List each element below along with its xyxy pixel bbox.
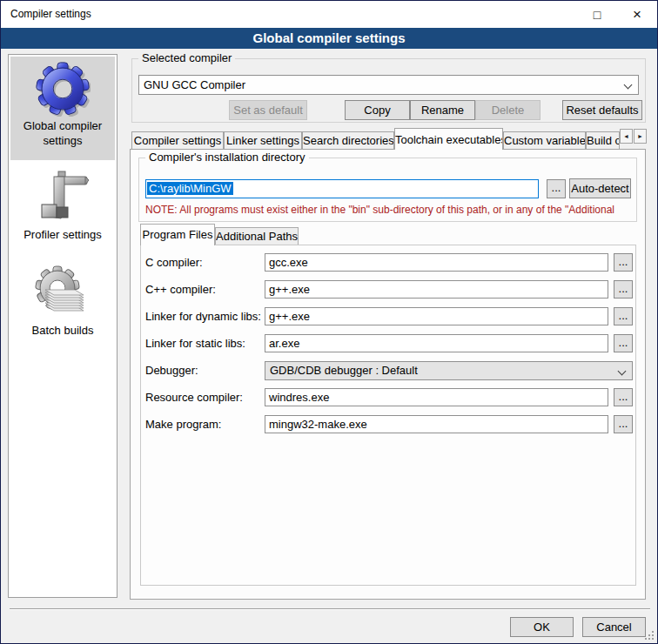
subtab-additional-paths[interactable]: Additional Paths: [215, 227, 299, 245]
sidebar-item-label: Global compiler settings: [10, 117, 115, 148]
tab-scroll-left-button[interactable]: ◄: [620, 129, 633, 144]
close-button[interactable]: ×: [617, 1, 657, 28]
rename-button[interactable]: Rename: [410, 100, 475, 120]
cpp-compiler-browse-button[interactable]: ...: [614, 280, 633, 299]
profiler-caliper-icon: [35, 170, 91, 225]
page-title: Global compiler settings: [1, 28, 657, 49]
static-linker-input[interactable]: ar.exe: [265, 334, 608, 352]
bin-subdirectory-note: NOTE: All programs must exist either in …: [145, 204, 631, 218]
subtab-program-files[interactable]: Program Files: [140, 224, 215, 245]
maximize-button[interactable]: □: [577, 1, 617, 28]
tab-toolchain-executables[interactable]: Toolchain executables: [394, 128, 503, 150]
c-compiler-input[interactable]: gcc.exe: [265, 253, 608, 272]
scroll-right-icon: ►: [637, 133, 643, 139]
chevron-down-icon: [618, 367, 627, 376]
tab-linker-settings[interactable]: Linker settings: [224, 131, 302, 149]
sidebar-item-label: Batch builds: [10, 321, 115, 338]
make-program-input[interactable]: mingw32-make.exe: [265, 415, 608, 433]
debugger-combobox[interactable]: GDB/CDB debugger : Default: [265, 361, 633, 380]
resource-compiler-input[interactable]: windres.exe: [265, 388, 608, 406]
close-icon: ×: [633, 6, 641, 23]
set-as-default-button[interactable]: Set as default: [229, 100, 307, 120]
resize-grip[interactable]: [645, 631, 655, 641]
sidebar-item-label: Profiler settings: [10, 225, 115, 242]
settings-category-sidebar: Global compiler settings: [8, 54, 118, 598]
minimize-button[interactable]: —: [497, 1, 537, 28]
cancel-button[interactable]: Cancel: [582, 617, 646, 637]
sidebar-item-profiler-settings[interactable]: Profiler settings: [10, 168, 115, 259]
ok-button[interactable]: OK: [510, 617, 574, 637]
resource-compiler-row: Resource compiler: windres.exe ...: [145, 388, 634, 407]
installation-directory-value: C:\raylib\MinGW: [147, 182, 233, 195]
debugger-label: Debugger:: [145, 361, 198, 379]
selected-compiler-group-label: Selected compiler: [138, 52, 235, 64]
c-compiler-browse-button[interactable]: ...: [614, 253, 633, 272]
dynamic-linker-browse-button[interactable]: ...: [614, 307, 633, 325]
c-compiler-label: C compiler:: [145, 253, 203, 272]
footer-separator: [10, 608, 650, 610]
installation-directory-input[interactable]: C:\raylib\MinGW: [145, 179, 539, 198]
make-program-row: Make program: mingw32-make.exe ...: [145, 415, 634, 434]
tab-compiler-settings[interactable]: Compiler settings: [131, 131, 224, 149]
selected-compiler-combobox[interactable]: GNU GCC Compiler: [138, 75, 639, 95]
c-compiler-row: C compiler: gcc.exe ...: [145, 253, 634, 272]
static-linker-browse-button[interactable]: ...: [614, 334, 633, 352]
debugger-value: GDB/CDB debugger : Default: [270, 364, 418, 377]
sidebar-item-batch-builds[interactable]: Batch builds: [10, 264, 115, 364]
blue-gear-icon: [35, 61, 91, 117]
scroll-left-icon: ◄: [623, 133, 629, 139]
cpp-compiler-row: C++ compiler: g++.exe ...: [145, 280, 634, 299]
resource-compiler-label: Resource compiler:: [145, 388, 243, 406]
copy-button[interactable]: Copy: [345, 100, 410, 120]
cpp-compiler-label: C++ compiler:: [145, 280, 216, 299]
make-program-label: Make program:: [145, 415, 221, 433]
batch-builds-icon: [35, 265, 91, 321]
make-program-browse-button[interactable]: ...: [614, 415, 633, 433]
tab-custom-variables[interactable]: Custom variables: [503, 131, 586, 149]
tab-scroll-right-button[interactable]: ►: [634, 129, 647, 144]
maximize-icon: □: [594, 8, 601, 22]
debugger-row: Debugger: GDB/CDB debugger : Default: [145, 361, 634, 380]
dynamic-linker-input[interactable]: g++.exe: [265, 307, 608, 325]
static-linker-label: Linker for static libs:: [145, 334, 245, 352]
installation-directory-group-label: Compiler's installation directory: [145, 151, 309, 164]
delete-button[interactable]: Delete: [475, 100, 540, 120]
installation-directory-browse-button[interactable]: ...: [547, 179, 566, 198]
dynamic-linker-row: Linker for dynamic libs: g++.exe ...: [145, 307, 634, 326]
selected-compiler-value: GNU GCC Compiler: [144, 78, 245, 91]
dynamic-linker-label: Linker for dynamic libs:: [145, 307, 261, 325]
resource-compiler-browse-button[interactable]: ...: [614, 388, 633, 406]
compiler-settings-dialog: Compiler settings — □ × Global compiler …: [0, 0, 658, 644]
tab-build-options[interactable]: Build options: [586, 131, 620, 149]
auto-detect-button[interactable]: Auto-detect: [569, 178, 631, 198]
chevron-down-icon: [624, 81, 633, 90]
static-linker-row: Linker for static libs: ar.exe ...: [145, 334, 634, 353]
sidebar-item-global-compiler-settings[interactable]: Global compiler settings: [10, 57, 115, 160]
cpp-compiler-input[interactable]: g++.exe: [265, 280, 608, 299]
window-title: Compiler settings: [10, 8, 91, 20]
tab-search-directories[interactable]: Search directories: [302, 131, 394, 149]
reset-defaults-button[interactable]: Reset defaults: [562, 100, 642, 120]
title-bar: Compiler settings — □ ×: [1, 1, 657, 28]
